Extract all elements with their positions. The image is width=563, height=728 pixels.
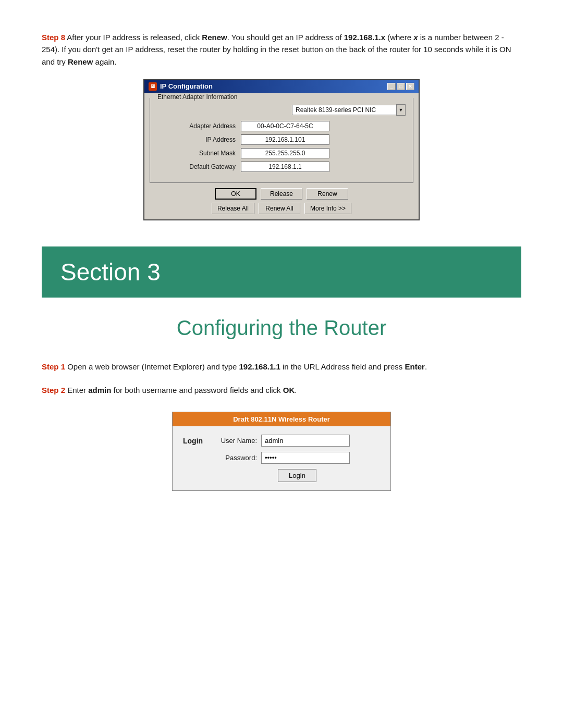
step8-renew1: Renew bbox=[202, 33, 227, 42]
login-button[interactable]: Login bbox=[278, 469, 316, 482]
step2-label: Step 2 bbox=[42, 386, 65, 394]
step8-text5: again. bbox=[93, 57, 116, 66]
adapter-dropdown-field[interactable]: Realtek 8139-series PCI NIC bbox=[292, 105, 396, 115]
step1-label: Step 1 bbox=[42, 362, 65, 371]
step1-paragraph: Step 1 Open a web browser (Internet Expl… bbox=[42, 361, 521, 373]
password-input[interactable] bbox=[261, 452, 350, 464]
subnet-mask-value: 255.255.255.0 bbox=[241, 148, 329, 158]
restore-btn[interactable]: □ bbox=[397, 83, 405, 90]
router-fields: User Name: Password: Login bbox=[214, 435, 380, 482]
step8-text1: After your IP address is released, click bbox=[65, 33, 202, 42]
minimize-btn[interactable]: _ bbox=[387, 83, 396, 90]
ip-config-title: IP Configuration bbox=[160, 82, 213, 90]
subnet-mask-row: Subnet Mask 255.255.255.0 bbox=[157, 148, 406, 158]
step2-text: Enter bbox=[65, 386, 88, 394]
step1-text: Open a web browser (Internet Explorer) a… bbox=[65, 362, 239, 371]
username-row: User Name: bbox=[214, 435, 380, 447]
ip-config-titlebar: 🖥 IP Configuration _ □ ✕ bbox=[144, 80, 419, 93]
adapter-address-label: Adapter Address bbox=[157, 122, 241, 130]
adapter-dropdown-row: Realtek 8139-series PCI NIC ▼ bbox=[157, 104, 406, 116]
default-gateway-row: Default Gateway 192.168.1.1 bbox=[157, 162, 406, 172]
step8-label: Step 8 bbox=[42, 33, 65, 42]
adapter-group-label: Ethernet Adapter Information bbox=[155, 93, 239, 101]
step1-enter: Enter bbox=[405, 362, 425, 371]
step8-renew2: Renew bbox=[68, 57, 93, 66]
release-button[interactable]: Release bbox=[261, 188, 302, 200]
step8-ip: 192.168.1.x bbox=[344, 33, 385, 42]
step1-text3: . bbox=[425, 362, 427, 371]
close-btn[interactable]: ✕ bbox=[406, 83, 414, 90]
section-banner-text: Section 3 bbox=[60, 258, 161, 286]
more-info-button[interactable]: More Info >> bbox=[304, 203, 351, 214]
subnet-mask-label: Subnet Mask bbox=[157, 150, 241, 157]
step8-text2: . You should get an IP address of bbox=[227, 33, 344, 42]
router-titlebar: Draft 802.11N Wireless Router bbox=[173, 412, 390, 426]
login-btn-row: Login bbox=[214, 469, 380, 482]
adapter-group: Ethernet Adapter Information Realtek 813… bbox=[150, 98, 413, 183]
default-gateway-label: Default Gateway bbox=[157, 163, 241, 170]
buttons-row2: Release All Renew All More Info >> bbox=[150, 203, 413, 214]
step2-text3: . bbox=[295, 386, 297, 394]
ip-config-window: 🖥 IP Configuration _ □ ✕ Ethernet Adapte… bbox=[143, 79, 420, 220]
ip-address-value: 192.168.1.101 bbox=[241, 134, 329, 145]
adapter-dropdown-arrow-icon[interactable]: ▼ bbox=[396, 104, 406, 116]
section-banner: Section 3 bbox=[42, 246, 521, 298]
router-login-window: Draft 802.11N Wireless Router Login User… bbox=[172, 412, 391, 491]
buttons-row1: OK Release Renew bbox=[150, 188, 413, 200]
password-label: Password: bbox=[214, 454, 261, 462]
router-title: Draft 802.11N Wireless Router bbox=[233, 415, 330, 423]
username-input[interactable] bbox=[261, 435, 350, 447]
titlebar-controls[interactable]: _ □ ✕ bbox=[387, 83, 414, 90]
ip-config-icon: 🖥 bbox=[149, 82, 157, 91]
step2-admin: admin bbox=[88, 386, 111, 394]
password-row: Password: bbox=[214, 452, 380, 464]
release-all-button[interactable]: Release All bbox=[212, 203, 254, 214]
adapter-address-row: Adapter Address 00-A0-0C-C7-64-5C bbox=[157, 121, 406, 131]
step8-x: x bbox=[413, 33, 418, 42]
router-login-label: Login bbox=[183, 435, 214, 482]
step2-ok: OK bbox=[283, 386, 295, 394]
renew-all-button[interactable]: Renew All bbox=[259, 203, 300, 214]
renew-button[interactable]: Renew bbox=[307, 188, 348, 200]
step8-text3: (where bbox=[385, 33, 413, 42]
step2-paragraph: Step 2 Enter admin for both username and… bbox=[42, 384, 521, 396]
default-gateway-value: 192.168.1.1 bbox=[241, 162, 329, 172]
ip-config-body: Ethernet Adapter Information Realtek 813… bbox=[144, 93, 419, 219]
ip-address-label: IP Address bbox=[157, 136, 241, 143]
step8-paragraph: Step 8 After your IP address is released… bbox=[42, 31, 521, 68]
section-title: Configuring the Router bbox=[42, 316, 521, 340]
titlebar-left: 🖥 IP Configuration bbox=[149, 82, 213, 91]
adapter-address-value: 00-A0-0C-C7-64-5C bbox=[241, 121, 329, 131]
step1-ip: 192.168.1.1 bbox=[239, 362, 280, 371]
step2-text2: for both username and password fields an… bbox=[111, 386, 283, 394]
ok-button[interactable]: OK bbox=[215, 188, 256, 200]
router-body: Login User Name: Password: Login bbox=[173, 426, 390, 490]
step1-text2: in the URL Address field and press bbox=[280, 362, 405, 371]
ip-address-row: IP Address 192.168.1.101 bbox=[157, 134, 406, 145]
adapter-dropdown[interactable]: Realtek 8139-series PCI NIC ▼ bbox=[292, 104, 406, 116]
username-label: User Name: bbox=[214, 437, 261, 445]
